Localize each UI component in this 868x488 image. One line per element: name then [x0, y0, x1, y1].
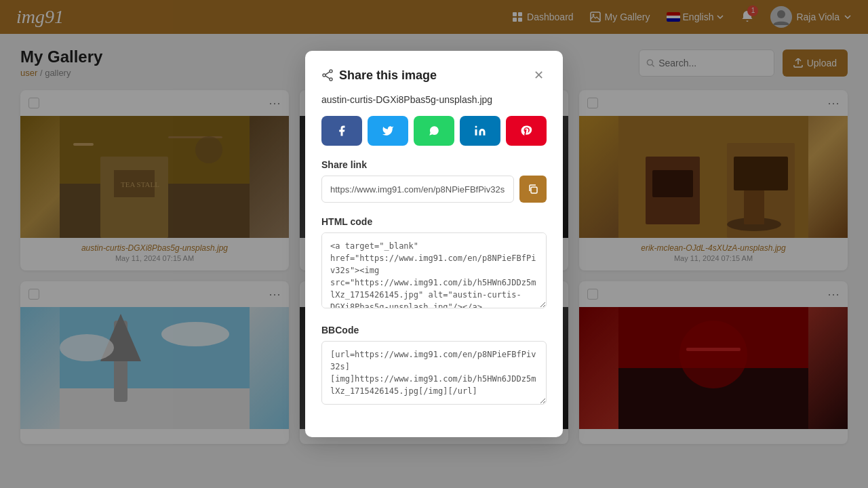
copy-link-button[interactable]	[519, 176, 547, 203]
modal-title: Share this image	[321, 68, 437, 83]
modal-overlay[interactable]: Share this image ✕ austin-curtis-DGXi8Pb…	[0, 0, 868, 488]
twitter-icon	[382, 125, 394, 137]
share-icon	[321, 69, 334, 81]
svg-rect-47	[475, 129, 477, 136]
pinterest-icon	[520, 125, 532, 137]
bbcode-textarea[interactable]: [url=https://www.img91.com/en/p8NPieFBfP…	[321, 341, 547, 405]
svg-point-43	[330, 78, 332, 81]
bbcode-label: BBCode	[321, 325, 547, 336]
share-facebook-button[interactable]	[321, 116, 362, 146]
modal-header: Share this image ✕	[321, 67, 547, 83]
share-modal: Share this image ✕ austin-curtis-DGXi8Pb…	[305, 51, 563, 437]
svg-line-46	[326, 76, 330, 79]
modal-title-text: Share this image	[339, 68, 437, 83]
copy-icon	[528, 184, 538, 195]
modal-filename: austin-curtis-DGXi8Pbas5g-unsplash.jpg	[321, 94, 547, 105]
share-linkedin-button[interactable]	[460, 116, 500, 146]
svg-point-44	[323, 74, 326, 77]
share-twitter-button[interactable]	[368, 116, 408, 146]
svg-point-48	[475, 126, 477, 128]
share-pinterest-button[interactable]	[506, 116, 547, 146]
html-code-label: HTML code	[321, 216, 547, 227]
whatsapp-icon	[428, 125, 440, 137]
html-code-textarea[interactable]: <a target="_blank" href="https://www.img…	[321, 232, 547, 308]
share-buttons	[321, 116, 547, 146]
share-whatsapp-button[interactable]	[414, 116, 454, 146]
share-link-row	[321, 176, 547, 203]
facebook-icon	[336, 125, 348, 137]
svg-point-42	[330, 70, 332, 73]
modal-close-button[interactable]: ✕	[530, 67, 547, 83]
share-link-input[interactable]	[321, 176, 514, 203]
svg-rect-49	[531, 187, 537, 193]
share-link-label: Share link	[321, 159, 547, 170]
linkedin-icon	[474, 125, 486, 137]
svg-line-45	[326, 72, 330, 75]
